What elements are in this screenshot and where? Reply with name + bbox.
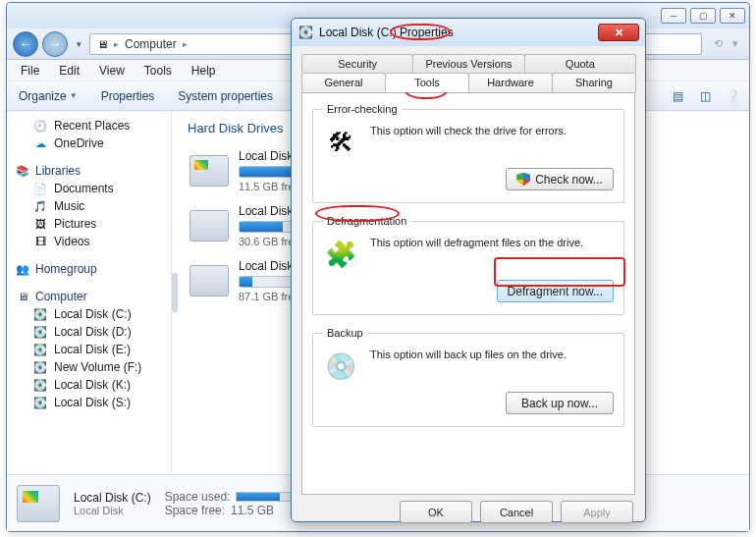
refresh-icon[interactable]: ⟲ bbox=[710, 36, 726, 52]
menu-view[interactable]: View bbox=[91, 62, 133, 80]
system-properties-btn[interactable]: System properties bbox=[172, 87, 279, 105]
dialog-titlebar: 💽 Local Disk (C:) Properties ✕ bbox=[292, 19, 645, 46]
drive-icon: 💽 bbox=[32, 396, 48, 409]
nav-drive[interactable]: 💽New Volume (F:) bbox=[11, 358, 167, 376]
nav-label: Recent Places bbox=[54, 119, 130, 133]
back-button[interactable]: ← bbox=[13, 31, 38, 57]
minimize-button[interactable]: ─ bbox=[661, 8, 686, 24]
music-icon: 🎵 bbox=[32, 199, 48, 213]
menu-edit[interactable]: Edit bbox=[51, 62, 87, 80]
btn-label: Defragment now... bbox=[508, 285, 603, 298]
nav-recent-places[interactable]: 🕘Recent Places bbox=[11, 117, 167, 134]
chevron-down-icon: ▼ bbox=[70, 91, 78, 100]
details-title: Local Disk (C:) bbox=[74, 491, 151, 505]
nav-drive[interactable]: 💽Local Disk (K:) bbox=[11, 376, 167, 394]
documents-icon: 📄 bbox=[32, 182, 48, 195]
sysprops-label: System properties bbox=[178, 89, 273, 103]
backup-now-button[interactable]: Back up now... bbox=[506, 392, 614, 414]
tab-previous-versions[interactable]: Previous Versions bbox=[412, 54, 524, 73]
pictures-icon: 🖼 bbox=[32, 217, 48, 231]
dialog-title-prefix: Local Disk (C:) bbox=[319, 26, 400, 39]
defragment-now-button[interactable]: Defragment now... bbox=[497, 280, 614, 302]
group-legend: Backup bbox=[323, 327, 367, 339]
nav-label: Local Disk (E:) bbox=[54, 343, 131, 356]
check-now-button[interactable]: Check now... bbox=[506, 168, 614, 190]
nav-label: Music bbox=[54, 199, 84, 213]
properties-label: Properties bbox=[101, 89, 155, 103]
nav-label: Local Disk (D:) bbox=[54, 325, 132, 339]
breadcrumb-sep: ▸ bbox=[114, 39, 119, 49]
tab-quota[interactable]: Quota bbox=[524, 54, 636, 73]
homegroup-icon: 👥 bbox=[15, 262, 30, 276]
nav-music[interactable]: 🎵Music bbox=[11, 197, 167, 215]
splitter[interactable] bbox=[172, 111, 178, 474]
tab-general[interactable]: General bbox=[301, 73, 386, 92]
nav-libraries[interactable]: 📚Libraries bbox=[11, 162, 167, 180]
cancel-button[interactable]: Cancel bbox=[480, 501, 553, 523]
shield-icon bbox=[516, 173, 530, 187]
computer-icon: 🖥 bbox=[15, 290, 30, 303]
menu-file[interactable]: File bbox=[13, 62, 47, 80]
drive-icon bbox=[189, 210, 229, 242]
defrag-text: This option will defragment files on the… bbox=[370, 237, 614, 248]
error-checking-icon: 🛠 bbox=[323, 125, 358, 160]
properties-btn[interactable]: Properties bbox=[95, 87, 161, 105]
properties-dialog: 💽 Local Disk (C:) Properties ✕ Security … bbox=[291, 18, 646, 522]
drive-icon: 💽 bbox=[32, 360, 48, 374]
dropdown-icon[interactable]: ▾ bbox=[728, 36, 743, 52]
tab-hardware[interactable]: Hardware bbox=[468, 73, 553, 92]
nav-drive[interactable]: 💽Local Disk (D:) bbox=[11, 323, 167, 341]
maximize-button[interactable]: ▢ bbox=[690, 8, 716, 24]
drive-icon: 💽 bbox=[297, 26, 313, 39]
tab-strip: Security Previous Versions Quota General… bbox=[301, 54, 635, 92]
group-legend: Error-checking bbox=[323, 103, 402, 115]
ok-button[interactable]: OK bbox=[400, 501, 472, 523]
organize-menu[interactable]: Organize▼ bbox=[13, 87, 83, 105]
nav-label: Documents bbox=[54, 182, 114, 195]
organize-label: Organize bbox=[19, 89, 67, 103]
nav-label: Videos bbox=[54, 235, 89, 248]
space-free-value: 11.5 GB bbox=[231, 504, 274, 517]
close-button[interactable]: ✕ bbox=[720, 8, 745, 24]
drive-icon bbox=[189, 155, 229, 187]
help-button[interactable]: ❔ bbox=[722, 86, 743, 106]
tab-tools[interactable]: Tools bbox=[385, 73, 469, 92]
group-defragmentation: Defragmentation 🧩 This option will defra… bbox=[312, 215, 624, 315]
dialog-title: Local Disk (C:) Properties bbox=[319, 26, 592, 39]
nav-onedrive[interactable]: ☁OneDrive bbox=[11, 134, 167, 152]
libraries-icon: 📚 bbox=[15, 164, 30, 178]
btn-label: Back up now... bbox=[521, 397, 598, 410]
nav-homegroup[interactable]: 👥Homegroup bbox=[11, 260, 167, 278]
tab-sharing[interactable]: Sharing bbox=[552, 73, 636, 92]
breadcrumb-sep: ▸ bbox=[183, 39, 188, 49]
drive-icon: 💽 bbox=[32, 343, 48, 356]
videos-icon: 🎞 bbox=[32, 235, 48, 248]
dialog-title-word: Properties bbox=[400, 26, 454, 39]
backup-text: This option will back up files on the dr… bbox=[370, 349, 614, 360]
menu-help[interactable]: Help bbox=[184, 62, 224, 80]
defrag-icon: 🧩 bbox=[323, 237, 358, 272]
btn-label: Check now... bbox=[535, 173, 603, 187]
nav-computer[interactable]: 🖥Computer bbox=[11, 288, 167, 305]
view-mode-button[interactable]: ▤ bbox=[667, 86, 688, 106]
onedrive-icon: ☁ bbox=[32, 136, 48, 150]
nav-pictures[interactable]: 🖼Pictures bbox=[11, 215, 167, 233]
nav-drive[interactable]: 💽Local Disk (E:) bbox=[11, 341, 167, 358]
history-dropdown[interactable]: ▾ bbox=[72, 35, 85, 53]
nav-documents[interactable]: 📄Documents bbox=[11, 180, 167, 197]
breadcrumb-item[interactable]: Computer bbox=[123, 37, 179, 51]
nav-label: Local Disk (K:) bbox=[54, 378, 131, 392]
backup-icon: 💿 bbox=[323, 349, 358, 384]
apply-button[interactable]: Apply bbox=[561, 501, 633, 523]
nav-drive[interactable]: 💽Local Disk (S:) bbox=[11, 394, 167, 411]
forward-button[interactable]: → bbox=[42, 31, 68, 57]
tab-security[interactable]: Security bbox=[301, 54, 413, 73]
nav-drive[interactable]: 💽Local Disk (C:) bbox=[11, 305, 167, 323]
drive-icon bbox=[189, 265, 229, 296]
nav-videos[interactable]: 🎞Videos bbox=[11, 233, 167, 250]
menu-tools[interactable]: Tools bbox=[136, 62, 180, 80]
navigation-pane: 🕘Recent Places ☁OneDrive 📚Libraries 📄Doc… bbox=[7, 111, 172, 474]
preview-pane-button[interactable]: ◫ bbox=[694, 86, 716, 106]
dialog-close-button[interactable]: ✕ bbox=[598, 24, 639, 41]
nav-label: New Volume (F:) bbox=[54, 360, 141, 374]
